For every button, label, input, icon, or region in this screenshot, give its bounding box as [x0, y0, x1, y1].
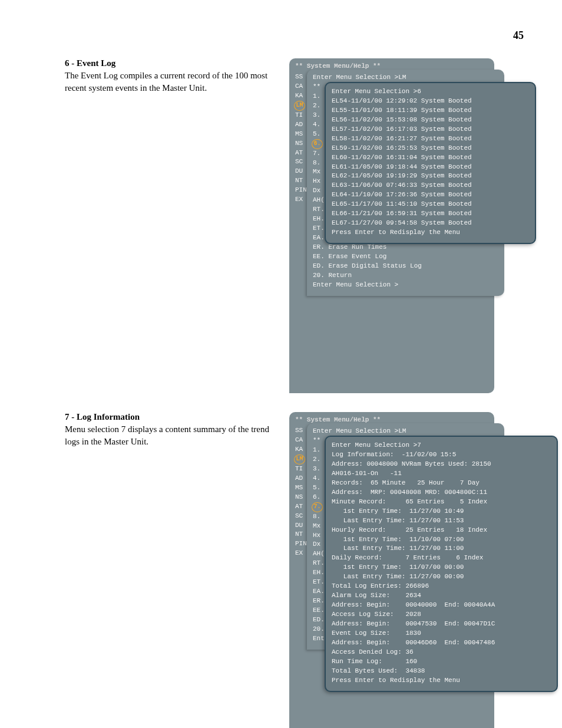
eventlog-line: EL56-11/02/00 15:53:08 System Booted: [332, 116, 529, 125]
terminal-stack-loginfo: ** System Menu/Help ** SS -CA -KA -LMTI …: [289, 412, 513, 728]
terminal-stack-eventlog: ** System Menu/Help ** SS -CA -KA -LMTI …: [289, 58, 513, 393]
eventlog-line: EL63-11/06/00 07:46:33 System Booted: [332, 181, 529, 190]
eventlog-line: Press Enter to Redisplay the Menu: [332, 228, 529, 238]
section7-body: Menu selection 7 displays a content summ…: [65, 423, 274, 448]
eventlog-line: EL58-11/02/00 16:21:27 System Booted: [332, 134, 529, 144]
loginfo-line: Total Log Entries: 266896: [332, 582, 551, 591]
circled-lm: LM: [294, 101, 305, 111]
eventlog-line: EL67-11/27/00 09:54:58 System Booted: [332, 219, 529, 228]
loginfo-line: Minute Record: 65 Entries 5 Index: [332, 498, 551, 507]
loginfo-line: Daily Record: 7 Entries 6 Index: [332, 554, 551, 563]
terminal-top-panel-loginfo: Enter Menu Selection >7 Log Information:…: [325, 436, 558, 691]
loginfo-line: Total Bytes Used: 34838: [332, 667, 551, 676]
page-number: 45: [65, 29, 524, 42]
circled-7: 7.: [312, 502, 323, 512]
circled-lm: LM: [294, 454, 305, 465]
top7-prompt: Enter Menu Selection >7: [332, 441, 551, 450]
section6-body: The Event Log compiles a current record …: [65, 70, 274, 94]
loginfo-line: Log Information: -11/02/00 15:5: [332, 450, 551, 460]
eventlog-line: EL61-11/05/00 19:18:44 System Booted: [332, 163, 529, 172]
loginfo-line: Address: MRP: 00048008 MRD: 0004800C:11: [332, 488, 551, 498]
loginfo-line: Press Enter to Redisplay the Menu: [332, 676, 551, 686]
mid-menu-tail: Enter Menu Selection >: [313, 281, 498, 290]
loginfo-line: Event Log Size: 1830: [332, 629, 551, 638]
loginfo-line: Alarm Log Size: 2634: [332, 591, 551, 601]
mid-menu-tail: ED. Erase Digital Status Log: [313, 262, 498, 271]
loginfo-line: Last Entry Time: 11/27/00 11:00: [332, 544, 551, 554]
eventlog-line: EL54-11/01/00 12:29:02 System Booted: [332, 97, 529, 106]
mid-prompt: Enter Menu Selection >LM: [313, 427, 498, 436]
circled-6: 6.: [312, 139, 323, 149]
loginfo-line: AH016-101-On -11: [332, 469, 551, 479]
eventlog-line: EL60-11/02/00 16:31:04 System Booted: [332, 153, 529, 163]
loginfo-line: Access Denied Log: 36: [332, 648, 551, 657]
terminal-top-panel-eventlog: Enter Menu Selection >6 EL54-11/01/00 12…: [325, 82, 536, 244]
eventlog-line: EL62-11/05/00 19:19:29 System Booted: [332, 172, 529, 181]
loginfo-line: Hourly Record: 25 Entries 18 Index: [332, 526, 551, 535]
eventlog-line: EL57-11/02/00 16:17:03 System Booted: [332, 125, 529, 134]
eventlog-line: EL59-11/02/00 16:25:53 System Booted: [332, 144, 529, 153]
loginfo-line: Run Time Log: 160: [332, 657, 551, 667]
loginfo-line: 1st Entry Time: 11/10/00 07:00: [332, 535, 551, 545]
eventlog-line: EL64-11/10/00 17:26:36 System Booted: [332, 190, 529, 200]
loginfo-line: Address: Begin: 00040000 End: 00040A4A: [332, 601, 551, 610]
eventlog-line: EL65-11/17/00 11:45:10 System Booted: [332, 200, 529, 209]
loginfo-line: Address: Begin: 00046D60 End: 00047486: [332, 638, 551, 648]
loginfo-line: 1st Entry Time: 11/07/00 00:00: [332, 563, 551, 572]
loginfo-line: 1st Entry Time: 11/27/00 10:49: [332, 507, 551, 516]
section7-title: 7 - Log Information: [65, 412, 274, 422]
mid-menu-tail: ER. Erase Run Times: [313, 243, 498, 252]
top6-prompt: Enter Menu Selection >6: [332, 87, 529, 97]
loginfo-line: Address: 00048000 NVRam Bytes Used: 2815…: [332, 460, 551, 469]
eventlog-line: EL55-11/01/00 18:11:39 System Booted: [332, 106, 529, 116]
loginfo-line: Access Log Size: 2028: [332, 610, 551, 620]
loginfo-line: Last Entry Time: 11/27/00 00:00: [332, 572, 551, 582]
loginfo-line: Last Entry Time: 11/27/00 11:53: [332, 516, 551, 526]
eventlog-line: EL66-11/21/00 16:59:31 System Booted: [332, 209, 529, 219]
section6-title: 6 - Event Log: [65, 58, 274, 68]
loginfo-line: Address: Begin: 00047530 End: 00047D1C: [332, 620, 551, 629]
mid-menu-tail: 20. Return: [313, 271, 498, 281]
mid-menu-tail: EE. Erase Event Log: [313, 252, 498, 262]
mid-prompt: Enter Menu Selection >LM: [313, 73, 498, 83]
loginfo-line: Records: 65 Minute 25 Hour 7 Day: [332, 479, 551, 488]
